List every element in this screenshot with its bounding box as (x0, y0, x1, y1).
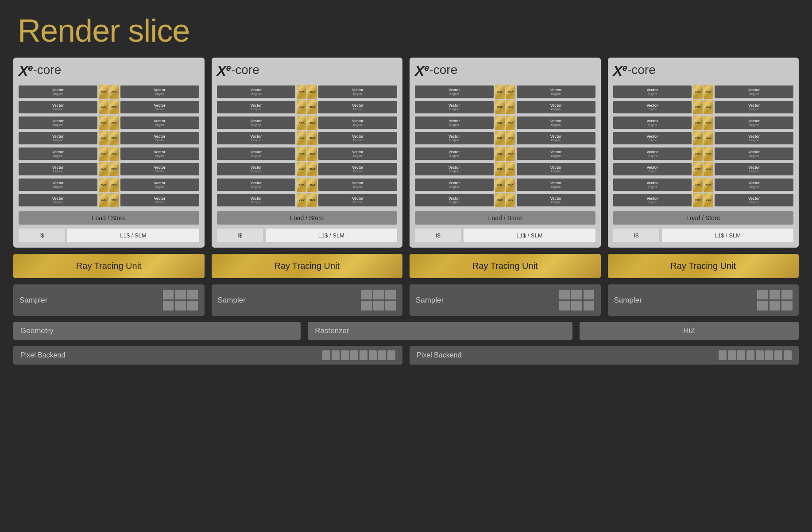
xe-cores-row: Xe-core VectorEngine XMXXMX VectorEngine… (13, 58, 799, 248)
vector-engine-right: VectorEngine (120, 116, 199, 129)
xmx-block: XMX (506, 131, 515, 145)
pb-cell (387, 350, 395, 360)
pb-cell (746, 350, 754, 360)
load-store-bar-3: Load / Store (415, 211, 595, 225)
sampler-cell (757, 301, 768, 311)
xmx-block: XMX (297, 178, 306, 192)
sampler-cell (373, 290, 384, 299)
pixel-backend-label-2: Pixel Backend (417, 351, 461, 359)
ray-tracing-row: Ray Tracing Unit Ray Tracing Unit Ray Tr… (13, 254, 799, 278)
engine-row: VectorEngineXMXXMXVectorEngine (613, 116, 794, 130)
sampler-cell (571, 301, 582, 311)
pb-cell (378, 350, 386, 360)
pixel-backend-label-1: Pixel Backend (20, 351, 65, 359)
vector-engine-left: VectorEngine (613, 85, 692, 98)
sampler-unit-3: Sampler (410, 284, 601, 316)
engine-row: VectorEngine XMXXMX VectorEngine (19, 147, 199, 161)
xmx-block: XMX (693, 147, 703, 161)
pb-cell (756, 350, 764, 360)
sampler-grid-3 (559, 290, 595, 311)
xmx-block: XMX (307, 131, 317, 145)
xe-core-header-3: Xe-core (415, 63, 595, 79)
xmx-block: XMX (109, 131, 119, 145)
xmx-block: XMX (495, 147, 505, 161)
xmx-block: XMX (307, 100, 317, 114)
engine-row: VectorEngineXMXXMXVectorEngine (217, 178, 398, 192)
vector-engine-right: VectorEngine (318, 132, 397, 145)
vector-engine-left: VectorEngine (217, 101, 296, 114)
vector-engine-left: VectorEngine (19, 116, 97, 129)
sampler-cell (781, 301, 793, 311)
xmx-block: XMX (307, 147, 317, 161)
xmx-block: XMX (506, 178, 515, 192)
sampler-cell (187, 290, 198, 299)
xe-logo-3: Xe-core (415, 63, 457, 79)
i-cache-2: I$ (217, 229, 263, 242)
xe-core-card-1: Xe-core VectorEngine XMXXMX VectorEngine… (13, 58, 205, 248)
load-store-bar-2: Load / Store (217, 211, 398, 225)
engines-grid-3: VectorEngineXMXXMXVectorEngine VectorEng… (415, 85, 595, 207)
vector-engine-left: VectorEngine (217, 116, 296, 129)
vector-engine-left: VectorEngine (217, 132, 296, 145)
sampler-cell (163, 290, 174, 299)
cache-row-4: I$ L1$ / SLM (613, 229, 794, 242)
pb-cell (332, 350, 340, 360)
pixel-backend-bar-1: Pixel Backend (13, 346, 402, 365)
vector-engine-left: VectorEngine (415, 85, 494, 98)
vector-engine-left: VectorEngine (19, 85, 97, 98)
vector-engine-left: VectorEngine (415, 179, 494, 191)
sampler-cell (373, 301, 384, 311)
xmx-block: XMX (99, 85, 108, 99)
engine-row: VectorEngineXMXXMXVectorEngine (217, 131, 398, 145)
vector-engine-right: VectorEngine (517, 148, 595, 160)
vector-engine-left: VectorEngine (613, 194, 692, 207)
vector-engine-right: VectorEngine (715, 132, 793, 145)
xmx-block: XMX (495, 178, 505, 192)
pb-cell (341, 350, 349, 360)
page-title: Render slice (0, 0, 812, 58)
sampler-cell (559, 290, 570, 299)
pb-cell (737, 350, 745, 360)
l1-cache-2: L1$ / SLM (266, 229, 397, 242)
sampler-cell (361, 290, 372, 299)
sampler-label-4: Sampler (614, 296, 642, 305)
vector-engine-right: VectorEngine (517, 101, 595, 114)
vector-engine-right: VectorEngine (120, 85, 199, 98)
vector-engine-left: VectorEngine (415, 194, 494, 207)
xmx-block: XMX (704, 162, 713, 176)
pixel-backend-bar-2: Pixel Backend (410, 346, 799, 365)
sampler-unit-2: Sampler (212, 284, 403, 316)
xmx-block: XMX (693, 116, 703, 130)
vector-engine-right: VectorEngine (715, 85, 793, 98)
pb-cell (765, 350, 773, 360)
sampler-cell (584, 301, 595, 311)
pb-cell (719, 350, 727, 360)
xmx-block: XMX (704, 131, 713, 145)
sampler-cell (175, 290, 186, 299)
engine-row: VectorEngineXMXXMXVectorEngine (613, 178, 794, 192)
engine-row: VectorEngine XMXXMX VectorEngine (19, 193, 199, 207)
engine-row: VectorEngineXMXXMXVectorEngine (217, 147, 398, 161)
vector-engine-right: VectorEngine (715, 148, 793, 160)
vector-engine-left: VectorEngine (217, 148, 296, 160)
xmx-block: XMX (704, 116, 713, 130)
pb-cell (784, 350, 792, 360)
pixel-backend-cells-2 (719, 350, 792, 360)
vector-engine-left: VectorEngine (19, 163, 97, 176)
ray-tracing-unit-1: Ray Tracing Unit (13, 254, 205, 278)
vector-engine-right: VectorEngine (517, 132, 595, 145)
xmx-block: XMX (693, 193, 703, 207)
engine-row: VectorEngine XMXXMX VectorEngine (19, 178, 199, 192)
vector-engine-right: VectorEngine (715, 194, 793, 207)
xmx-block: XMX (506, 100, 515, 114)
cache-row-2: I$ L1$ / SLM (217, 229, 398, 242)
pixel-backend-cells-1 (322, 350, 395, 360)
engine-row: VectorEngineXMXXMXVectorEngine (613, 162, 794, 176)
xmx-block: XMX (297, 85, 306, 99)
pb-cell (360, 350, 367, 360)
vector-engine-left: VectorEngine (19, 194, 97, 207)
vector-engine-right: VectorEngine (120, 163, 199, 176)
engine-row: VectorEngineXMXXMXVectorEngine (217, 162, 398, 176)
xe-core-card-3: Xe-core VectorEngineXMXXMXVectorEngine V… (410, 58, 601, 248)
sampler-cell (559, 301, 570, 311)
